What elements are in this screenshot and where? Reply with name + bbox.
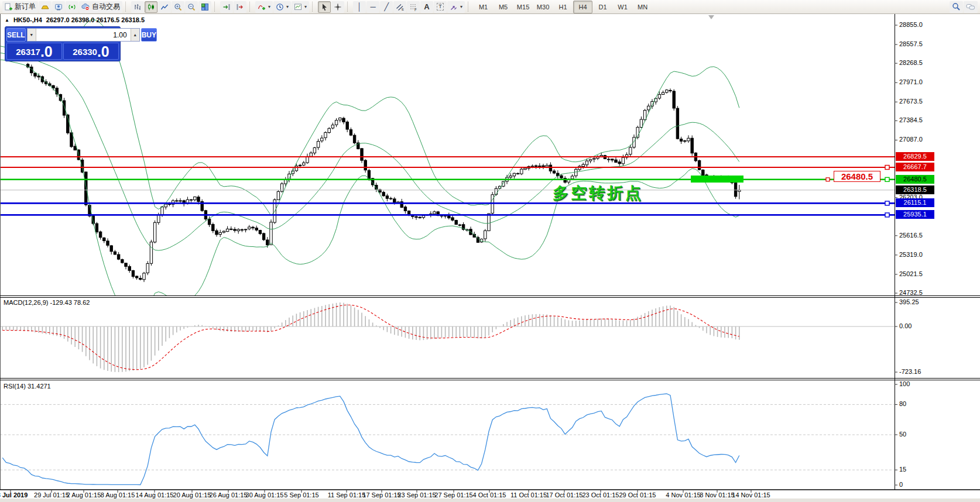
price-axis-tick: 27384.5 (899, 116, 923, 123)
cursor-icon (320, 3, 328, 11)
fibonacci-button[interactable]: F (407, 1, 420, 13)
time-axis-label: 11 Oct 01:15 (510, 491, 547, 498)
auto-scroll-icon (222, 3, 231, 11)
timeframe-m30[interactable]: M30 (533, 1, 553, 13)
timeframe-m1[interactable]: M1 (474, 1, 493, 13)
zoom-in-button[interactable] (172, 1, 184, 13)
svg-text:E: E (402, 8, 404, 11)
sell-price-button[interactable]: 26317.0 (6, 43, 62, 60)
macd-layer (0, 302, 895, 372)
volume-group: ▼ ▲ (27, 28, 140, 42)
volume-increase-button[interactable]: ▲ (131, 29, 139, 41)
volume-decrease-button[interactable]: ▼ (28, 29, 36, 41)
auto-scroll-button[interactable] (220, 1, 233, 13)
new-order-button[interactable]: 新订单 (2, 1, 38, 13)
toolbar-separator (468, 2, 471, 12)
arrows-button[interactable]: ▾ (447, 1, 465, 13)
sell-button[interactable]: SELL (6, 28, 26, 42)
gold-bar-button[interactable] (39, 1, 52, 13)
toolbar-separator (125, 2, 128, 12)
time-axis-label: 30 Aug 01:15 (246, 491, 284, 498)
symbol-period: HK50-,H4 (13, 16, 42, 23)
time-axis-label: 14 Aug 01:15 (136, 491, 174, 498)
indicators-button[interactable]: ▾ (255, 1, 273, 13)
toolbar-separator (312, 2, 315, 12)
text-icon: A (424, 3, 429, 11)
time-axis-label: 29 Oct 01:15 (619, 491, 656, 498)
autotrade-icon (81, 3, 90, 11)
autotrade-button[interactable]: 自动交易 (79, 1, 122, 13)
community-button[interactable] (52, 1, 65, 13)
text-label-button[interactable]: T (434, 1, 447, 13)
time-axis-label: 17 Sep 01:15 (362, 491, 400, 498)
templates-button[interactable]: ▾ (292, 1, 309, 13)
timeframe-mn[interactable]: MN (633, 1, 652, 13)
volume-input[interactable] (36, 29, 131, 41)
bar-chart-icon (133, 3, 142, 11)
vertical-line-button[interactable]: │ (353, 1, 366, 13)
zoom-out-button[interactable] (185, 1, 198, 13)
equidistant-channel-icon: E (396, 3, 404, 11)
time-axis-label: 29 Jul 01:15 (34, 491, 69, 498)
macd-indicator-label: MACD(12,26,9) -129.43 78.62 (4, 299, 90, 306)
timeframe-m15[interactable]: M15 (513, 1, 533, 13)
equidistant-channel-button[interactable]: E (393, 1, 406, 13)
time-axis-label: 17 Oct 01:15 (546, 491, 583, 498)
price-axis-tick: 28268.5 (899, 59, 923, 66)
chevron-down-icon: ▾ (286, 4, 289, 9)
chat-button[interactable] (964, 1, 978, 13)
ohlc-values: 26297.0 26398.0 26176.5 26318.5 (46, 16, 145, 23)
timeframe-h1[interactable]: H1 (553, 1, 573, 13)
tile-windows-icon (201, 3, 209, 11)
buy-price-button[interactable]: 26330.0 (63, 43, 119, 60)
shift-chart-button[interactable] (234, 1, 246, 13)
crosshair-icon (334, 3, 342, 11)
toolbar-separator (249, 2, 252, 12)
price-level-badge: 26829.5 (896, 152, 934, 161)
gold-bar-icon (41, 3, 49, 11)
time-axis-label: 11 Sep 01:15 (328, 491, 366, 498)
buy-price-main: 26330 (73, 45, 97, 59)
time-axis-label: 4 Oct 01:15 (473, 491, 506, 498)
signal-icon (68, 3, 76, 11)
timeframe-group: M1M5M15M30H1H4D1W1MN (474, 1, 652, 13)
search-button[interactable] (950, 1, 963, 13)
trendline-button[interactable]: ╱ (380, 1, 393, 13)
svg-text:F: F (414, 7, 417, 11)
buy-button[interactable]: BUY (141, 28, 157, 42)
autotrade-label: 自动交易 (92, 2, 120, 12)
bar-chart-button[interactable] (131, 1, 144, 13)
text-tool-button[interactable]: A (420, 1, 433, 13)
cursor-button[interactable] (318, 1, 331, 13)
signal-button[interactable] (66, 1, 78, 13)
tile-windows-button[interactable] (198, 1, 211, 13)
toolbar-separator (214, 2, 217, 12)
price-axis-tick: 27673.5 (899, 98, 923, 105)
periods-button[interactable]: ▾ (273, 1, 291, 13)
vertical-line-icon: │ (357, 3, 362, 11)
chart-text-annotation[interactable]: 多空转折点 (553, 183, 643, 204)
horizontal-line-button[interactable]: ─ (366, 1, 379, 13)
price-level-badge: 26318.5 (896, 185, 934, 194)
candlestick-chart-button[interactable] (145, 1, 157, 13)
rsi-indicator-label: RSI(14) 31.4271 (4, 383, 51, 390)
price-level-badge: 26115.1 (896, 198, 934, 207)
time-axis-label: 23 Oct 01:15 (582, 491, 619, 498)
chat-icon (966, 3, 975, 11)
chart-title: ▲ HK50-,H4 26297.0 26398.0 26176.5 26318… (5, 16, 145, 23)
timeframe-h4[interactable]: H4 (573, 1, 592, 13)
rsi-axis-tick: 80 (899, 400, 906, 407)
line-chart-button[interactable] (158, 1, 171, 13)
toolbar-separator (347, 2, 350, 12)
timeframe-m5[interactable]: M5 (494, 1, 513, 13)
timeframe-w1[interactable]: W1 (613, 1, 632, 13)
price-callout-label[interactable]: 26480.5 (834, 171, 880, 182)
price-axis-tick: 24732.5 (899, 289, 923, 296)
timeframe-d1[interactable]: D1 (593, 1, 612, 13)
candlestick-chart[interactable] (0, 0, 980, 502)
one-click-trading-panel: SELL ▼ ▲ BUY 26317.0 26330.0 (5, 26, 121, 61)
candlestick-chart-icon (147, 3, 155, 11)
collapse-panel-arrow[interactable]: ▲ (5, 18, 9, 23)
crosshair-button[interactable] (331, 1, 344, 13)
search-icon (952, 2, 961, 11)
